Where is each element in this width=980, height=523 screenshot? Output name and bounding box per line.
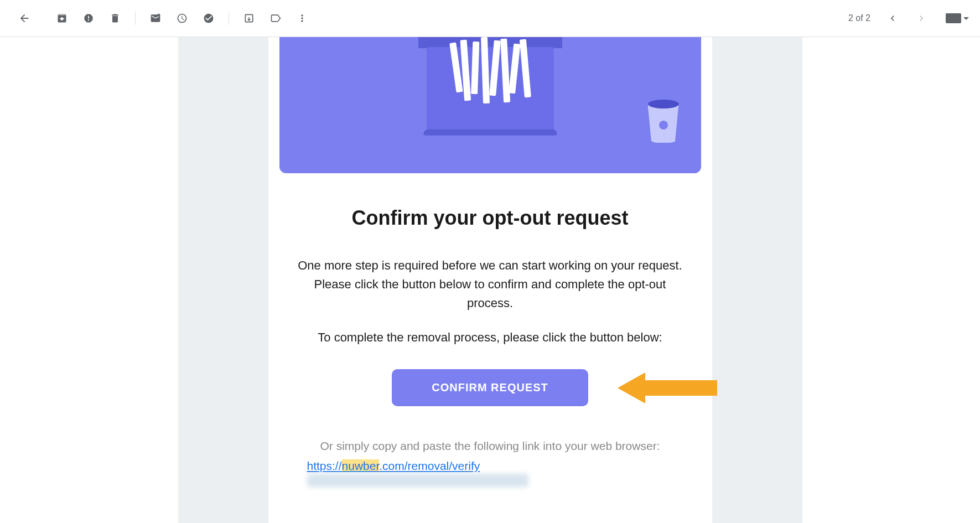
verification-link-line: https://nuwber.com/removal/verify <box>296 459 685 486</box>
snooze-icon[interactable] <box>169 5 195 32</box>
chevron-down-icon <box>963 17 969 20</box>
email-wrapper: Confirm your opt-out request One more st… <box>178 37 802 523</box>
toolbar-separator <box>229 12 229 25</box>
verification-link[interactable]: https://nuwber.com/removal/verify <box>307 459 480 472</box>
svg-point-0 <box>157 14 160 17</box>
labels-icon[interactable] <box>262 5 289 32</box>
hero-illustration <box>279 37 701 173</box>
email-paragraph-1: One more step is required before we can … <box>296 256 685 313</box>
archive-icon[interactable] <box>49 5 75 32</box>
input-tools-button[interactable] <box>946 13 969 23</box>
redacted-token <box>307 474 528 487</box>
shredder-graphic <box>418 37 562 148</box>
cup-graphic <box>648 100 679 143</box>
older-button[interactable] <box>910 7 932 29</box>
pager-count: 2 of 2 <box>848 13 870 23</box>
email-toolbar: 2 of 2 <box>0 0 980 37</box>
email-paragraph-2: To complete the removal process, please … <box>296 328 685 347</box>
confirm-request-button[interactable]: CONFIRM REQUEST <box>392 369 588 406</box>
newer-button[interactable] <box>882 7 904 29</box>
more-icon[interactable] <box>289 5 315 32</box>
back-button-icon[interactable] <box>11 5 38 32</box>
email-content: Confirm your opt-out request One more st… <box>279 173 701 487</box>
email-body: Confirm your opt-out request One more st… <box>268 37 712 523</box>
highlighted-domain: nuwber <box>342 459 380 472</box>
move-to-icon[interactable] <box>236 5 262 32</box>
report-spam-icon[interactable] <box>75 5 102 32</box>
keyboard-icon <box>946 13 961 23</box>
confirm-row: CONFIRM REQUEST <box>296 369 685 406</box>
mark-unread-icon[interactable] <box>142 5 169 32</box>
toolbar-separator <box>135 12 136 25</box>
alt-instruction: Or simply copy and paste the following l… <box>296 439 685 453</box>
content-area: Confirm your opt-out request One more st… <box>0 37 980 523</box>
email-heading: Confirm your opt-out request <box>296 206 685 230</box>
add-to-tasks-icon[interactable] <box>195 5 222 32</box>
annotation-arrow <box>618 372 717 403</box>
delete-icon[interactable] <box>102 5 128 32</box>
toolbar-left-group <box>11 5 315 32</box>
toolbar-right-group: 2 of 2 <box>848 7 969 29</box>
